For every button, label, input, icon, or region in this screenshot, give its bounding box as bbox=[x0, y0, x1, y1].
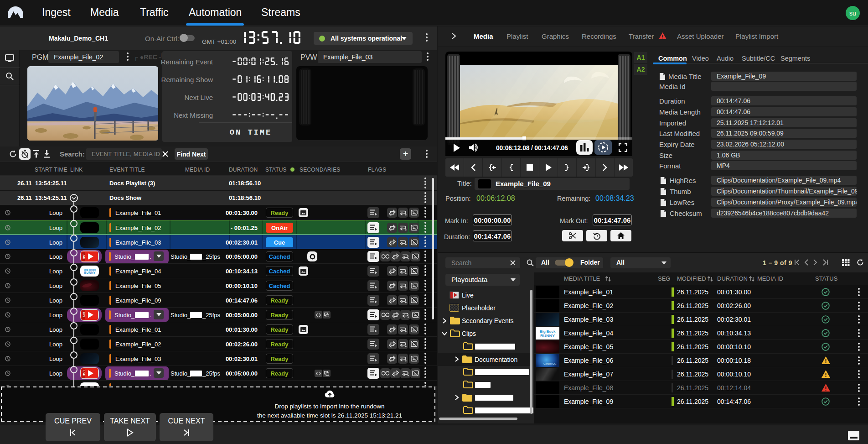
svg-text:Big Buck: Big Buck bbox=[540, 329, 556, 334]
svg-text:BUNNY: BUNNY bbox=[84, 271, 95, 274]
svg-text:BUNNY: BUNNY bbox=[540, 334, 555, 338]
